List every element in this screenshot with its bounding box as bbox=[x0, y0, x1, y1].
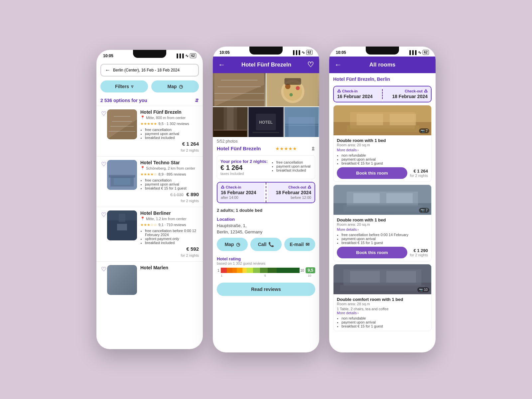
photo-cell-5[interactable] bbox=[284, 107, 319, 137]
room-extra-3: 1 Table, 2 chairs, tea and coffee bbox=[337, 307, 428, 311]
hotel-location-1: 📍 Mitte, 800 m from center bbox=[140, 115, 199, 120]
hotel-item-1[interactable]: ♡ Hotel Fünf Brezeln 📍 Mitte, 800 m from… bbox=[96, 106, 203, 156]
hotel-thumb-svg-1 bbox=[107, 109, 137, 139]
back-arrow-center[interactable]: ← bbox=[218, 61, 225, 69]
hotel-thumb-3 bbox=[107, 210, 137, 240]
bar-8 bbox=[260, 268, 268, 273]
stars-2: ★★★★☆ bbox=[140, 172, 157, 176]
svg-rect-44 bbox=[390, 114, 416, 125]
photo-grid-center: HOTEL bbox=[213, 73, 319, 137]
svg-rect-19 bbox=[214, 100, 264, 100]
rating-num-10: 10 bbox=[300, 269, 304, 272]
hotel-rating-3: ★★★☆☆ 9,1 · 710 reviews bbox=[140, 221, 199, 227]
rating-sub: based on 1 302 guest reviews bbox=[217, 261, 315, 265]
status-bar-left: 10:05 ▐▐▐ ∿ 62 bbox=[96, 50, 203, 60]
photo-svg-1 bbox=[213, 73, 266, 106]
svg-rect-13 bbox=[119, 214, 125, 222]
price-block: Your price for 2 nights: € 1 264 taxes i… bbox=[217, 155, 315, 179]
svg-rect-43 bbox=[357, 114, 383, 125]
signal-icon-r: ▐▐▐ bbox=[408, 50, 417, 55]
hotel-features-3: free cancellation before 0:00 12 Februar… bbox=[140, 229, 199, 245]
guests-row: 2 adults; 1 double bed bbox=[213, 206, 319, 215]
photo-cell-2[interactable] bbox=[266, 73, 319, 106]
hotel-price-3: € 592 for 2 nights bbox=[140, 246, 199, 258]
photo-cell-3[interactable] bbox=[213, 107, 248, 137]
photo-svg-4: HOTEL bbox=[248, 107, 283, 137]
room-features-1: non refundable payment upon arrival brea… bbox=[337, 153, 428, 165]
photo-svg-2 bbox=[266, 73, 319, 106]
svg-rect-57 bbox=[340, 285, 425, 291]
nights-3: for 2 nights bbox=[181, 253, 199, 257]
scale-1: 1 bbox=[221, 274, 222, 277]
hotel-info-1: Hotel Fünf Brezeln 📍 Mitte, 800 m from c… bbox=[140, 109, 199, 153]
svg-rect-2 bbox=[114, 116, 130, 117]
ci-checkout-icon: 🛆 bbox=[424, 89, 428, 93]
svg-rect-56 bbox=[386, 271, 416, 283]
filters-button[interactable]: Filters ▿ bbox=[100, 80, 148, 92]
favorite-icon-4[interactable]: ♡ bbox=[101, 266, 106, 273]
favorite-icon-3[interactable]: ♡ bbox=[101, 211, 106, 218]
chevron-right-icon-1: › bbox=[357, 148, 359, 152]
checkout-side: Check-out 🛆 18 Februar 2024 before 12:00 bbox=[268, 183, 315, 202]
svg-rect-38 bbox=[288, 117, 315, 137]
book-room-button-1[interactable]: Book this room bbox=[337, 167, 407, 179]
hotel-location-2: 📍 Schöneberg, 2 km from center bbox=[140, 166, 199, 170]
map-button[interactable]: Map ◷ bbox=[151, 80, 199, 92]
svg-text:HOTEL: HOTEL bbox=[259, 120, 273, 125]
more-details-2[interactable]: More details › bbox=[337, 227, 428, 231]
hotel-item-2[interactable]: ♡ Hotel Techno Star 📍 Schöneberg, 2 km f… bbox=[96, 156, 203, 207]
bar-4 bbox=[237, 268, 242, 273]
map-label: Map bbox=[168, 84, 177, 89]
sort-icon[interactable]: ⇵ bbox=[195, 98, 199, 103]
review-score-1: 9,5 · 1 302 reviews bbox=[158, 122, 189, 126]
more-details-1[interactable]: More details › bbox=[337, 148, 428, 152]
checkin-date: 16 Februar 2024 bbox=[221, 190, 261, 195]
price-value-3: € 592 bbox=[186, 246, 199, 252]
checkout-icon: 🛆 bbox=[308, 185, 311, 189]
room-price-row-2: Book this room € 1 290 for 2 nights bbox=[337, 247, 428, 258]
hotel-item-4[interactable]: ♡ Hotel Marlen bbox=[96, 261, 203, 298]
photo-cell-4[interactable]: HOTEL bbox=[248, 107, 283, 137]
ci-checkout-date: 18 Februar 2024 bbox=[386, 94, 428, 99]
hotel-name-4: Hotel Marlen bbox=[140, 265, 199, 270]
ci-checkin-label: 🛆 Check-in bbox=[337, 89, 379, 93]
back-arrow-icon[interactable]: ← bbox=[105, 67, 110, 73]
call-button[interactable]: Call 📞 bbox=[250, 238, 281, 251]
svg-rect-49 bbox=[353, 193, 380, 203]
room-info-3: Double comfort room with 1 bed Room area… bbox=[333, 294, 431, 331]
search-bar[interactable]: ← bbox=[100, 64, 199, 76]
favorite-icon-1[interactable]: ♡ bbox=[101, 110, 106, 117]
hotel-name-2: Hotel Techno Star bbox=[140, 160, 199, 165]
room-item-2: 📷 7 Double room with 1 bed Room area: 20… bbox=[333, 185, 432, 261]
map-button-center[interactable]: Map ◷ bbox=[217, 238, 248, 251]
favorite-icon-2[interactable]: ♡ bbox=[101, 161, 106, 168]
back-arrow-right[interactable]: ← bbox=[334, 61, 342, 69]
bar-6 bbox=[247, 268, 253, 273]
photo-top-row bbox=[213, 73, 319, 106]
svg-rect-55 bbox=[350, 271, 380, 283]
hotel-item-3[interactable]: ♡ Hotel Berliner 📍 Mitte, 1.2 km from ce… bbox=[96, 207, 203, 261]
bar-1 bbox=[221, 268, 227, 273]
room-photo-count-2: 📷 7 bbox=[419, 208, 429, 213]
notch-left bbox=[133, 50, 166, 58]
bar-2 bbox=[227, 268, 232, 273]
bar-5 bbox=[242, 268, 247, 273]
battery-center: 62 bbox=[306, 50, 313, 55]
right-header: ← All rooms bbox=[329, 57, 436, 73]
camera-icon-2: 📷 bbox=[421, 208, 425, 212]
photo-cell-1[interactable] bbox=[213, 73, 266, 106]
left-phone: 10:05 ▐▐▐ ∿ 62 ← Filters ▿ Map ◷ 2 536 o… bbox=[96, 50, 203, 349]
notch-right bbox=[366, 47, 399, 55]
svg-rect-4 bbox=[110, 126, 134, 127]
hotel-thumb-1 bbox=[107, 109, 137, 139]
more-details-3[interactable]: More details › bbox=[337, 311, 428, 315]
book-room-button-2[interactable]: Book this room bbox=[337, 247, 407, 258]
bar-7 bbox=[253, 268, 260, 273]
heart-icon-center[interactable]: ♡ bbox=[307, 61, 314, 69]
map-label-center: Map bbox=[225, 242, 234, 247]
email-button[interactable]: E-mail ✉ bbox=[284, 238, 315, 251]
room-thumb-svg-2 bbox=[333, 185, 431, 215]
share-icon[interactable]: ⇫ bbox=[311, 146, 315, 151]
read-reviews-button[interactable]: Read reviews bbox=[217, 283, 315, 296]
search-input[interactable] bbox=[113, 68, 194, 72]
